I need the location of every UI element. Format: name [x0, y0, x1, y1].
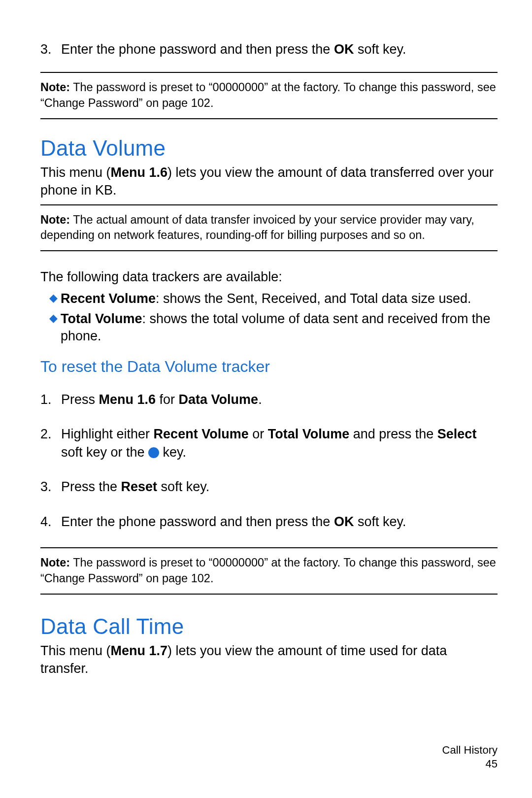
text-run: . — [258, 392, 262, 407]
step-item: 3. Enter the phone password and then pre… — [40, 40, 498, 58]
step-text: Enter the phone password and then press … — [61, 513, 498, 531]
text-run: Highlight either — [61, 427, 154, 441]
bullet-term: Recent Volume — [61, 291, 156, 306]
bold-text: OK — [334, 514, 354, 529]
note-block: Note: The password is preset to “0000000… — [40, 547, 498, 594]
text-run: Enter the phone password and then press … — [61, 42, 334, 57]
bold-text: Total Volume — [268, 427, 350, 441]
text-run: or — [249, 427, 268, 441]
note-label: Note: — [40, 81, 70, 94]
step-number: 2. — [40, 425, 61, 461]
text-run: Enter the phone password and then press … — [61, 514, 334, 529]
bold-text: Menu 1.6 — [111, 165, 168, 180]
step-text: Press the Reset soft key. — [61, 478, 498, 496]
note-label: Note: — [40, 556, 70, 569]
heading-data-call-time: Data Call Time — [40, 614, 498, 639]
footer-section: Call History — [442, 743, 498, 758]
text-run: soft key or the — [61, 445, 148, 460]
text-run: and press the — [349, 427, 437, 441]
nav-key-icon — [148, 447, 159, 458]
diamond-icon: ◆ — [49, 311, 58, 345]
footer-page-number: 45 — [442, 757, 498, 771]
bold-text: OK — [334, 42, 354, 57]
heading-data-volume: Data Volume — [40, 136, 498, 161]
text-run: soft key. — [157, 479, 209, 494]
step-number: 3. — [40, 40, 61, 58]
intro-paragraph: This menu (Menu 1.7) lets you view the a… — [40, 642, 498, 678]
bullet-body: Recent Volume: shows the Sent, Received,… — [61, 290, 471, 307]
note-text: The password is preset to “00000000” at … — [40, 81, 496, 109]
bullet-item: ◆ Total Volume: shows the total volume o… — [40, 310, 498, 345]
step-number: 4. — [40, 513, 61, 531]
bold-text: Data Volume — [179, 392, 259, 407]
note-text: The password is preset to “00000000” at … — [40, 556, 496, 585]
bold-text: Reset — [121, 479, 158, 494]
bold-text: Recent Volume — [154, 427, 249, 441]
text-run: key. — [159, 445, 186, 460]
bullet-desc: : shows the Sent, Received, and Total da… — [156, 291, 471, 306]
bullet-term: Total Volume — [61, 311, 142, 326]
step-text: Enter the phone password and then press … — [61, 40, 498, 58]
intro-paragraph: This menu (Menu 1.6) lets you view the a… — [40, 164, 498, 200]
bold-text: Menu 1.6 — [99, 392, 156, 407]
trackers-intro: The following data trackers are availabl… — [40, 268, 498, 286]
note-block: Note: The password is preset to “0000000… — [40, 72, 498, 119]
note-block: Note: The actual amount of data transfer… — [40, 204, 498, 251]
text-run: This menu ( — [40, 643, 111, 658]
step-number: 1. — [40, 391, 61, 408]
step-number: 3. — [40, 478, 61, 496]
subheading-reset-tracker: To reset the Data Volume tracker — [40, 358, 498, 376]
step-item: 1. Press Menu 1.6 for Data Volume. — [40, 391, 498, 408]
text-run: This menu ( — [40, 165, 111, 180]
diamond-icon: ◆ — [49, 291, 58, 307]
text-run: Press — [61, 392, 99, 407]
bold-text: Menu 1.7 — [111, 643, 168, 658]
step-item: 3. Press the Reset soft key. — [40, 478, 498, 496]
text-run: soft key. — [354, 514, 406, 529]
text-run: Press the — [61, 479, 121, 494]
bold-text: Select — [437, 427, 477, 441]
step-text: Highlight either Recent Volume or Total … — [61, 425, 498, 461]
bullet-body: Total Volume: shows the total volume of … — [61, 310, 498, 345]
step-text: Press Menu 1.6 for Data Volume. — [61, 391, 498, 408]
text-run: soft key. — [354, 42, 406, 57]
page-footer: Call History 45 — [442, 743, 498, 771]
note-label: Note: — [40, 213, 70, 226]
text-run: for — [156, 392, 179, 407]
step-item: 4. Enter the phone password and then pre… — [40, 513, 498, 531]
note-text: The actual amount of data transfer invoi… — [40, 213, 474, 242]
step-item: 2. Highlight either Recent Volume or Tot… — [40, 425, 498, 461]
bullet-item: ◆ Recent Volume: shows the Sent, Receive… — [40, 290, 498, 307]
